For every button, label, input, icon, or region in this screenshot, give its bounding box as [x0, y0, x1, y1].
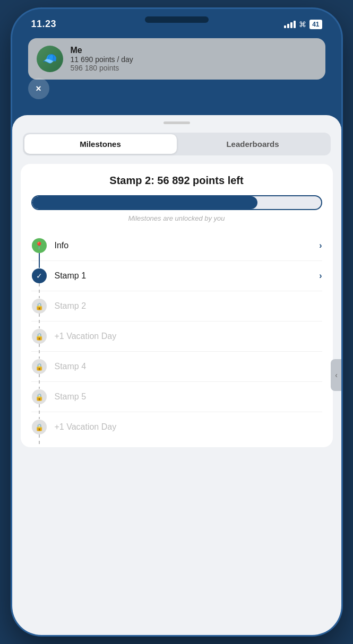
list-item: 🔒 Stamp 5 [31, 382, 322, 412]
notification-name: Me [71, 46, 317, 55]
battery-indicator: 41 [309, 20, 322, 29]
milestone-label-stamp5: Stamp 5 [55, 392, 322, 402]
list-item: 🔒 Stamp 4 [31, 352, 322, 382]
icon-col: 🔒 [31, 389, 47, 404]
lock-icon: 🔒 [35, 363, 44, 371]
milestone-label-stamp1: Stamp 1 [55, 271, 312, 281]
dynamic-island [145, 16, 209, 23]
lock-icon: 🔒 [35, 333, 44, 341]
connector-line-dashed [39, 374, 40, 389]
icon-col: 🔒 [31, 329, 47, 344]
connector-line-dashed [39, 404, 40, 419]
chevron-left-icon: ‹ [335, 371, 338, 379]
sheet-handle [163, 121, 190, 124]
content-card: Stamp 2: 56 892 points left Milestones a… [21, 164, 333, 447]
icon-col: 🔒 [31, 420, 47, 434]
notification-text: Me 11 690 points / day 596 180 points [71, 46, 317, 72]
progress-container: Milestones are unlocked by you [31, 195, 322, 222]
icon-col: 🔒 [31, 299, 47, 314]
lock-icon: 🔒 [35, 393, 44, 401]
progress-fill [32, 196, 257, 209]
tabs-container: Milestones Leaderboards [23, 133, 331, 155]
connector-line-dashed [39, 314, 40, 328]
milestone-label-info: Info [55, 241, 312, 250]
list-item[interactable]: 📍 Info › [31, 231, 322, 261]
connector-line-dashed [39, 434, 40, 447]
stamp-title: Stamp 2: 56 892 points left [31, 175, 322, 187]
list-item: 🔒 Stamp 2 [31, 291, 322, 321]
lock-icon: 🔒 [35, 423, 44, 431]
milestone-list: 📍 Info › ✓ Stamp 1 [31, 231, 322, 442]
icon-col: 🔒 [31, 359, 47, 374]
connector-line-dashed [39, 283, 40, 298]
milestone-label-stamp4: Stamp 4 [55, 362, 322, 371]
list-item: 🔒 +1 Vacation Day [31, 412, 322, 442]
status-time: 11.23 [31, 19, 57, 30]
icon-col: 📍 [31, 238, 47, 253]
chevron-right-icon: › [319, 241, 322, 250]
check-icon-circle: ✓ [32, 268, 47, 283]
side-handle[interactable]: ‹ [331, 359, 341, 391]
phone-frame: 11.23 ⌘ 41 🧢 Me 11 690 points / day 596 … [12, 9, 341, 635]
milestone-label-stamp2: Stamp 2 [55, 301, 322, 311]
progress-bar [31, 195, 322, 210]
tab-milestones[interactable]: Milestones [24, 134, 177, 154]
main-sheet: Milestones Leaderboards Stamp 2: 56 892 … [12, 115, 341, 635]
notification-banner: 🧢 Me 11 690 points / day 596 180 points [28, 38, 325, 80]
close-button[interactable]: × [28, 78, 49, 99]
icon-col: ✓ [31, 268, 47, 283]
lock-icon-circle: 🔒 [32, 389, 47, 404]
connector-line-dashed [39, 344, 40, 359]
lock-icon-circle: 🔒 [32, 329, 47, 344]
lock-icon-circle: 🔒 [32, 299, 47, 314]
signal-icon [284, 21, 296, 28]
milestone-label-vacation1: +1 Vacation Day [55, 332, 322, 341]
connector-line-solid [39, 253, 40, 268]
notification-points-per-day: 11 690 points / day [71, 55, 317, 64]
status-right: ⌘ 41 [284, 20, 322, 29]
map-pin-icon: 📍 [35, 241, 44, 250]
lock-icon-circle: 🔒 [32, 420, 47, 434]
list-item: 🔒 +1 Vacation Day [31, 321, 322, 352]
milestone-label-vacation2: +1 Vacation Day [55, 422, 322, 432]
chevron-right-icon: › [319, 271, 322, 281]
check-icon: ✓ [36, 272, 42, 280]
lock-icon: 🔒 [35, 302, 44, 310]
notification-total-points: 596 180 points [71, 64, 317, 72]
list-item[interactable]: ✓ Stamp 1 › [31, 261, 322, 291]
progress-subtitle: Milestones are unlocked by you [31, 214, 322, 222]
avatar: 🧢 [37, 46, 63, 72]
pin-icon-circle: 📍 [32, 238, 47, 253]
wifi-icon: ⌘ [299, 20, 306, 29]
tab-leaderboards[interactable]: Leaderboards [177, 134, 329, 154]
lock-icon-circle: 🔒 [32, 359, 47, 374]
